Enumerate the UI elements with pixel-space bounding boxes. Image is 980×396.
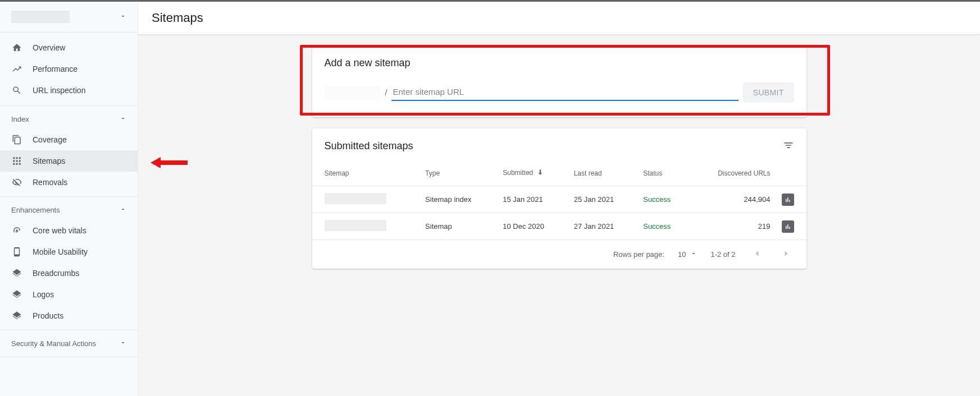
nav-label: URL inspection [33,86,85,95]
sitemap-name-redacted [325,193,386,204]
col-discovered[interactable]: Discovered URLs [690,160,776,186]
domain-prefix-redacted [325,86,381,99]
nav-breadcrumbs[interactable]: Breadcrumbs [0,263,138,284]
cell-discovered: 244,904 [690,186,776,213]
nav-label: Coverage [33,135,67,144]
rows-per-page-label: Rows per page: [613,250,664,259]
visibility-off-icon [11,177,22,188]
submit-button[interactable]: SUBMIT [743,82,794,103]
nav-core-web-vitals[interactable]: Core web vitals [0,220,138,241]
table-row[interactable]: Sitemap 10 Dec 2020 27 Jan 2021 Success … [312,213,806,240]
rows-per-page-select[interactable]: 10 [678,250,697,259]
section-title: Security & Manual Actions [11,339,96,348]
nav-sitemaps[interactable]: Sitemaps [0,150,138,172]
submitted-title: Submitted sitemaps [325,140,413,152]
trend-icon [11,63,22,75]
search-icon [11,85,22,96]
cell-last-read: 25 Jan 2021 [568,186,638,213]
chevron-down-icon [690,250,697,259]
sitemaps-table: Sitemap Type Submitted Last read Status … [312,160,806,240]
nav-label: Overview [33,43,65,52]
col-submitted-label: Submitted [503,169,533,177]
layers-icon [11,289,22,300]
add-sitemap-title: Add a new sitemap [325,57,794,69]
sitemap-name-redacted [325,220,386,231]
nav-removals[interactable]: Removals [0,172,138,193]
sidebar: Overview Performance URL inspection Inde… [0,2,138,396]
copy-icon [11,134,22,145]
section-security-header[interactable]: Security & Manual Actions [0,334,138,353]
add-sitemap-card: Add a new sitemap / SUBMIT [312,46,806,117]
rows-per-page-value: 10 [678,250,686,259]
property-selector[interactable] [0,2,138,33]
cell-type: Sitemap index [420,186,497,213]
layers-icon [11,310,22,321]
main: Sitemaps Add a new sitemap / SUBMIT [138,2,980,396]
nav-logos[interactable]: Logos [0,284,138,305]
nav-label: Mobile Usability [33,247,88,256]
nav-label: Sitemaps [33,156,65,165]
sitemap-icon [11,155,22,167]
nav-products[interactable]: Products [0,305,138,326]
speed-icon [11,225,22,236]
filter-icon[interactable] [783,140,794,153]
section-index-header[interactable]: Index [0,109,138,129]
table-row[interactable]: Sitemap index 15 Jan 2021 25 Jan 2021 Su… [312,186,806,213]
layers-icon [11,268,22,279]
cell-type: Sitemap [420,213,497,240]
property-name-redacted [11,11,70,23]
col-type[interactable]: Type [420,160,497,186]
nav-mobile-usability[interactable]: Mobile Usability [0,241,138,263]
chevron-down-icon [120,12,126,21]
chevron-up-icon [120,206,126,214]
nav-label: Breadcrumbs [33,269,79,278]
home-icon [11,42,22,53]
page-header: Sitemaps [138,2,980,35]
nav-performance[interactable]: Performance [0,58,138,80]
next-page-button[interactable] [778,246,794,263]
chevron-up-icon [120,115,126,123]
submitted-sitemaps-card: Submitted sitemaps Sitemap Type Submitte… [312,128,806,269]
cell-submitted: 15 Jan 2021 [497,186,568,213]
table-footer: Rows per page: 10 1-2 of 2 [312,240,806,269]
section-title: Enhancements [11,206,60,214]
nav-coverage[interactable]: Coverage [0,129,138,150]
cell-status: Success [637,213,690,240]
nav-overview[interactable]: Overview [0,37,138,58]
nav-label: Performance [33,65,78,73]
mobile-icon [11,246,22,257]
cell-discovered: 219 [690,213,776,240]
sitemap-url-input[interactable] [391,85,738,101]
col-last-read[interactable]: Last read [568,160,638,186]
col-status[interactable]: Status [637,160,690,186]
nav-label: Core web vitals [33,226,86,235]
sort-desc-icon [536,170,544,178]
nav-label: Products [33,311,63,320]
pagination-range: 1-2 of 2 [710,250,735,259]
cell-submitted: 10 Dec 2020 [497,213,568,240]
chart-icon[interactable] [782,194,794,206]
path-separator: / [385,88,388,97]
nav-label: Removals [33,178,67,187]
chevron-down-icon [120,339,126,348]
col-submitted[interactable]: Submitted [497,160,568,186]
prev-page-button[interactable] [749,246,765,263]
nav-label: Logos [33,290,54,299]
section-title: Index [11,115,29,123]
chart-icon[interactable] [782,220,794,233]
annotation-arrow [151,157,188,170]
col-sitemap[interactable]: Sitemap [312,160,420,186]
page-title: Sitemaps [152,11,967,25]
nav-url-inspection[interactable]: URL inspection [0,80,138,101]
section-enhancements-header[interactable]: Enhancements [0,200,138,220]
cell-last-read: 27 Jan 2021 [568,213,638,240]
cell-status: Success [637,186,690,213]
